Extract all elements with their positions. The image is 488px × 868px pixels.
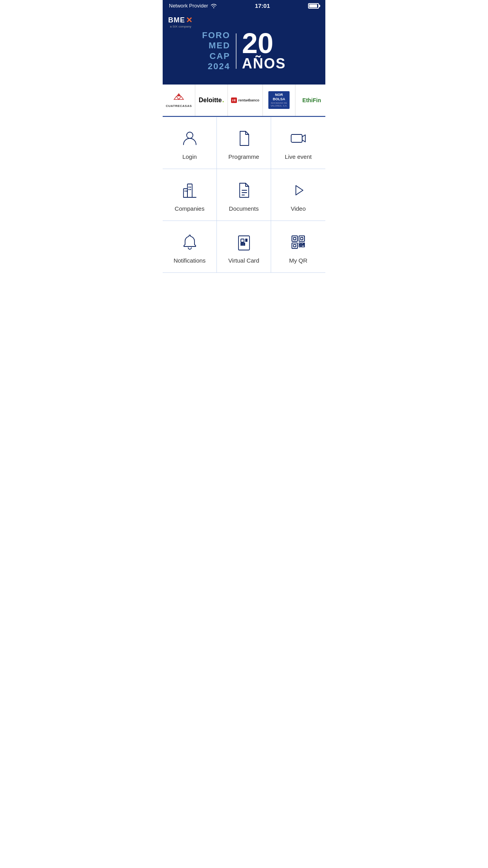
svg-rect-29 [299, 236, 305, 241]
svg-rect-22 [241, 245, 242, 245]
svg-rect-33 [299, 243, 301, 245]
renta4-box-icon: r4 [231, 97, 237, 103]
sponsor-cuatrecasas[interactable]: CUATRECASAS [163, 85, 195, 116]
login-label: Login [182, 153, 197, 160]
notifications-label: Notifications [174, 257, 206, 264]
header-banner: BME ✕ a SIX company FORO MED CAP 2024 20… [163, 11, 325, 85]
svg-rect-27 [292, 236, 297, 241]
svg-rect-21 [244, 243, 245, 244]
anos-number: 20 [242, 31, 286, 56]
svg-rect-26 [246, 241, 247, 241]
bell-icon [180, 232, 200, 252]
svg-rect-18 [241, 239, 244, 242]
clock: 17:01 [255, 2, 270, 9]
qr-icon [288, 232, 308, 252]
video-label: Video [291, 205, 306, 212]
svg-rect-19 [241, 243, 242, 244]
sponsor-deloitte[interactable]: Deloitte. [195, 85, 228, 116]
companies-label: Companies [175, 205, 205, 212]
camera-icon [288, 128, 308, 149]
svg-rect-31 [292, 243, 297, 248]
svg-marker-0 [176, 93, 181, 96]
play-icon [288, 180, 308, 200]
svg-rect-5 [187, 184, 192, 197]
norbolsa-text: NORBOLSA [271, 93, 288, 101]
virtual-card-label: Virtual Card [228, 257, 259, 264]
buildings-icon [180, 180, 200, 200]
documents-label: Documents [229, 205, 259, 212]
sponsors-bar: CUATRECASAS Deloitte. r4 renta4banco NOR… [163, 85, 325, 117]
svg-rect-32 [294, 245, 296, 247]
cuatrecasas-icon [166, 92, 192, 103]
battery-fill [309, 4, 317, 7]
live-event-label: Live event [285, 153, 312, 160]
svg-rect-6 [183, 189, 187, 197]
document-lines-icon [234, 180, 254, 200]
bme-logo: BME ✕ a SIX company [168, 15, 193, 28]
anos-label: AÑOS [242, 56, 286, 72]
menu-item-live-event[interactable]: Live event [271, 117, 325, 169]
deloitte-dot: . [222, 96, 224, 104]
title-divider [236, 33, 237, 69]
menu-item-virtual-card[interactable]: Virtual Card [217, 221, 271, 273]
my-qr-label: My QR [289, 257, 308, 264]
menu-item-notifications[interactable]: Notifications [163, 221, 217, 273]
sdx-label: a SIX company [170, 25, 191, 28]
card-icon [234, 232, 254, 252]
sponsor-renta4[interactable]: r4 renta4banco [228, 85, 263, 116]
menu-item-programme[interactable]: Programme [217, 117, 271, 169]
svg-marker-2 [179, 96, 183, 99]
svg-rect-30 [301, 237, 303, 240]
menu-grid: Login Programme Live event [163, 117, 325, 273]
programme-label: Programme [228, 153, 259, 160]
menu-item-my-qr[interactable]: My QR [271, 221, 325, 273]
anos-block: 20 AÑOS [242, 31, 286, 72]
svg-rect-28 [294, 237, 296, 240]
ethifin-label: EthiFin [303, 97, 321, 103]
sponsor-norbolsa[interactable]: NORBOLSA SOCIEDAD DEVALORES, S.A. [263, 85, 295, 116]
carrier-text: Network Provider [169, 3, 208, 9]
svg-rect-20 [242, 243, 243, 244]
svg-rect-36 [301, 245, 305, 247]
renta4-label: renta4banco [238, 98, 260, 102]
carrier-info: Network Provider [169, 3, 217, 9]
bme-cross-icon: ✕ [186, 15, 193, 25]
svg-rect-37 [304, 243, 305, 245]
cuatrecasas-label: CUATRECASAS [166, 104, 192, 108]
menu-item-documents[interactable]: Documents [217, 169, 271, 221]
deloitte-text: Deloitte [199, 97, 222, 104]
person-icon [180, 128, 200, 149]
svg-rect-35 [299, 245, 301, 247]
wifi-icon [211, 4, 217, 8]
sponsor-ethifin[interactable]: EthiFin [295, 85, 325, 116]
svg-point-3 [187, 132, 193, 138]
bme-brand: BME ✕ [168, 15, 193, 25]
svg-rect-25 [246, 239, 247, 240]
battery-indicator [308, 3, 319, 9]
document-icon [234, 128, 254, 149]
menu-item-video[interactable]: Video [271, 169, 325, 221]
menu-item-login[interactable]: Login [163, 117, 217, 169]
event-title: FORO MED CAP 2024 20 AÑOS [171, 30, 317, 72]
foro-text-block: FORO MED CAP 2024 [202, 30, 230, 72]
norbolsa-subtitle: SOCIEDAD DEVALORES, S.A. [271, 102, 288, 107]
menu-item-companies[interactable]: Companies [163, 169, 217, 221]
svg-rect-4 [291, 134, 302, 142]
svg-rect-23 [242, 245, 243, 245]
svg-rect-24 [244, 245, 245, 245]
svg-marker-1 [174, 96, 179, 99]
svg-rect-34 [301, 243, 303, 245]
status-bar: Network Provider 17:01 [163, 0, 325, 11]
